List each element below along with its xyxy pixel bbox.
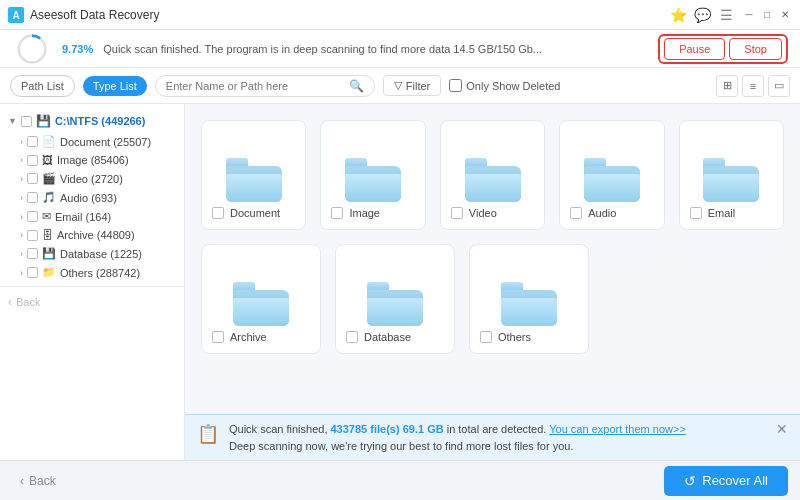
chevron-icon: ›: [20, 268, 23, 278]
sidebar-item-image[interactable]: › 🖼 Image (85406): [0, 151, 184, 169]
progress-circle: [12, 35, 52, 63]
grid-view-button[interactable]: ⊞: [716, 75, 738, 97]
back-button[interactable]: ‹ Back: [12, 470, 64, 492]
only-deleted-checkbox[interactable]: [449, 79, 462, 92]
pause-button[interactable]: Pause: [664, 38, 725, 60]
notif-file-count: 433785 file(s): [331, 423, 400, 435]
grid-checkbox[interactable]: [480, 331, 492, 343]
grid-area: Document Image Video Audio Email: [185, 104, 800, 460]
stop-button[interactable]: Stop: [729, 38, 782, 60]
sidebar-item-others[interactable]: › 📁 Others (288742): [0, 263, 184, 282]
grid-item-email[interactable]: Email: [679, 120, 784, 230]
sidebar-item-label: Email (164): [55, 211, 111, 223]
chevron-icon: ›: [20, 230, 23, 240]
chevron-icon: ›: [20, 193, 23, 203]
sidebar-item-label: Video (2720): [60, 173, 123, 185]
grid-checkbox[interactable]: [451, 207, 463, 219]
search-input[interactable]: [166, 80, 344, 92]
sidebar-item-label: Audio (693): [60, 192, 117, 204]
svg-point-2: [19, 35, 46, 62]
notif-export-link[interactable]: You can export them now>>: [549, 423, 686, 435]
recover-all-button[interactable]: ↺ Recover All: [664, 466, 788, 496]
item-checkbox[interactable]: [27, 192, 38, 203]
grid-item-label: Video: [469, 207, 497, 219]
notification-close-button[interactable]: ✕: [776, 421, 788, 437]
sidebar-item-label: Database (1225): [60, 248, 142, 260]
sidebar-item-audio[interactable]: › 🎵 Audio (693): [0, 188, 184, 207]
item-checkbox[interactable]: [27, 248, 38, 259]
grid-item-label: Archive: [230, 331, 267, 343]
sidebar-root-label: C:\NTFS (449266): [55, 115, 145, 127]
only-deleted-checkbox-label[interactable]: Only Show Deleted: [449, 79, 560, 92]
sidebar-root-item[interactable]: ▼ 💾 C:\NTFS (449266): [0, 110, 184, 132]
grid-item-document[interactable]: Document: [201, 120, 306, 230]
main-content: ▼ 💾 C:\NTFS (449266) › 📄 Document (25507…: [0, 104, 800, 460]
minimize-button[interactable]: ─: [742, 8, 756, 22]
chevron-icon: ›: [20, 137, 23, 147]
notif-line1-start: Quick scan finished,: [229, 423, 331, 435]
item-checkbox[interactable]: [27, 173, 38, 184]
close-button[interactable]: ✕: [778, 8, 792, 22]
grid-checkbox[interactable]: [570, 207, 582, 219]
grid-item-label: Document: [230, 207, 280, 219]
progress-percent: 9.73%: [62, 43, 93, 55]
item-checkbox[interactable]: [27, 155, 38, 166]
grid-checkbox[interactable]: [212, 331, 224, 343]
sidebar-item-archive[interactable]: › 🗄 Archive (44809): [0, 226, 184, 244]
grid-checkbox[interactable]: [690, 207, 702, 219]
chevron-icon: ›: [20, 212, 23, 222]
sidebar-item-database[interactable]: › 💾 Database (1225): [0, 244, 184, 263]
menu-icon[interactable]: ☰: [718, 7, 734, 23]
grid-item-label: Database: [364, 331, 411, 343]
chat-icon[interactable]: 💬: [694, 7, 710, 23]
chevron-icon: ›: [20, 174, 23, 184]
grid-item-audio[interactable]: Audio: [559, 120, 664, 230]
file-type-icon: 🖼: [42, 154, 53, 166]
grid-checkbox[interactable]: [331, 207, 343, 219]
grid-item-database[interactable]: Database: [335, 244, 455, 354]
notif-size: 69.1 GB: [403, 423, 444, 435]
sidebar-back-label[interactable]: Back: [16, 296, 40, 308]
item-checkbox[interactable]: [27, 136, 38, 147]
sidebar-item-label: Others (288742): [60, 267, 140, 279]
sidebar-item-video[interactable]: › 🎬 Video (2720): [0, 169, 184, 188]
app-title: Aseesoft Data Recovery: [30, 8, 159, 22]
svg-text:A: A: [12, 10, 19, 21]
grid-checkbox[interactable]: [212, 207, 224, 219]
item-checkbox[interactable]: [27, 211, 38, 222]
search-box: 🔍: [155, 75, 375, 97]
filter-button[interactable]: ▽ Filter: [383, 75, 441, 96]
sidebar: ▼ 💾 C:\NTFS (449266) › 📄 Document (25507…: [0, 104, 185, 460]
path-list-button[interactable]: Path List: [10, 75, 75, 97]
title-bar-left: A Aseesoft Data Recovery: [8, 7, 159, 23]
item-checkbox[interactable]: [27, 230, 38, 241]
notif-line1-mid: in total are detected.: [444, 423, 550, 435]
chevron-icon: ›: [20, 249, 23, 259]
grid-item-archive[interactable]: Archive: [201, 244, 321, 354]
sidebar-item-email[interactable]: › ✉ Email (164): [0, 207, 184, 226]
progress-status-text: Quick scan finished. The program is in d…: [103, 43, 648, 55]
sidebar-item-document[interactable]: › 📄 Document (25507): [0, 132, 184, 151]
grid-item-label: Image: [349, 207, 380, 219]
grid-item-video[interactable]: Video: [440, 120, 545, 230]
type-list-button[interactable]: Type List: [83, 76, 147, 96]
sidebar-item-label: Document (25507): [60, 136, 151, 148]
grid-item-others[interactable]: Others: [469, 244, 589, 354]
item-checkbox[interactable]: [27, 267, 38, 278]
list-view-button[interactable]: ≡: [742, 75, 764, 97]
grid-item-label: Email: [708, 207, 736, 219]
star-icon[interactable]: ⭐: [670, 7, 686, 23]
title-bar: A Aseesoft Data Recovery ⭐ 💬 ☰ ─ □ ✕: [0, 0, 800, 30]
grid-item-image[interactable]: Image: [320, 120, 425, 230]
sidebar-item-label: Image (85406): [57, 154, 129, 166]
bottom-bar: ‹ Back ↺ Recover All: [0, 460, 800, 500]
maximize-button[interactable]: □: [760, 8, 774, 22]
progress-area: 9.73% Quick scan finished. The program i…: [0, 30, 800, 68]
root-checkbox[interactable]: [21, 116, 32, 127]
grid-checkbox[interactable]: [346, 331, 358, 343]
window-controls: ─ □ ✕: [742, 8, 792, 22]
detail-view-button[interactable]: ▭: [768, 75, 790, 97]
grid-item-label: Others: [498, 331, 531, 343]
file-type-icon: 🎬: [42, 172, 56, 185]
file-type-icon: 📄: [42, 135, 56, 148]
